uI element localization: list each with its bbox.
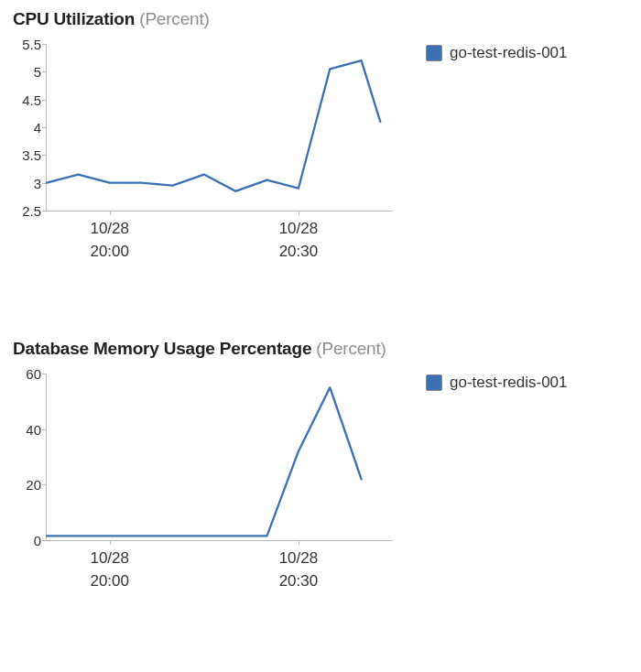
chart-title-bold: Database Memory Usage Percentage bbox=[13, 339, 311, 358]
chart-title: Database Memory Usage Percentage (Percen… bbox=[13, 339, 386, 359]
y-tick-label: 3.5 bbox=[22, 147, 41, 163]
x-tick-mark bbox=[110, 211, 111, 215]
y-tick-label: 5.5 bbox=[22, 37, 41, 52]
legend: go-test-redis-001 bbox=[426, 374, 568, 392]
y-tick-label: 4.5 bbox=[22, 92, 41, 107]
legend: go-test-redis-001 bbox=[426, 44, 568, 62]
y-tick-mark bbox=[42, 211, 47, 211]
y-tick-mark bbox=[42, 540, 47, 541]
x-tick-label: 10/2820:00 bbox=[90, 218, 129, 263]
legend-swatch bbox=[426, 374, 442, 391]
legend-label: go-test-redis-001 bbox=[450, 44, 568, 62]
chart-title-unit: (Percent) bbox=[316, 339, 386, 358]
x-tick-mark bbox=[110, 540, 111, 545]
y-tick-label: 5 bbox=[34, 64, 41, 80]
y-tick-label: 4 bbox=[34, 120, 41, 135]
y-tick-label: 2.5 bbox=[22, 203, 41, 219]
chart-title: CPU Utilization (Percent) bbox=[13, 9, 210, 29]
x-tick-label: 10/2820:00 bbox=[90, 547, 129, 592]
legend-label: go-test-redis-001 bbox=[450, 374, 568, 392]
chart-database-memory: Database Memory Usage Percentage (Percen… bbox=[0, 330, 641, 604]
y-tick-label: 3 bbox=[34, 175, 41, 190]
y-tick-label: 0 bbox=[34, 533, 41, 548]
plot-area: 2.533.544.555.510/2820:0010/2820:30 bbox=[46, 44, 393, 211]
x-tick-mark bbox=[299, 540, 299, 545]
y-tick-label: 60 bbox=[26, 366, 41, 382]
series-line bbox=[47, 60, 380, 191]
chart-title-unit: (Percent) bbox=[139, 9, 209, 28]
line-layer bbox=[47, 374, 393, 540]
legend-swatch bbox=[426, 45, 442, 61]
y-tick-label: 20 bbox=[26, 477, 41, 493]
x-tick-label: 10/2820:30 bbox=[279, 547, 319, 592]
chart-cpu-utilization: CPU Utilization (Percent) 2.533.544.555.… bbox=[0, 0, 641, 275]
chart-title-bold: CPU Utilization bbox=[13, 9, 135, 28]
series-line bbox=[47, 387, 362, 536]
spacer bbox=[0, 275, 641, 330]
line-layer bbox=[47, 44, 393, 211]
y-tick-label: 40 bbox=[26, 421, 41, 437]
plot-area: 020406010/2820:0010/2820:30 bbox=[46, 374, 393, 541]
x-tick-label: 10/2820:30 bbox=[279, 218, 319, 263]
x-tick-mark bbox=[299, 211, 299, 215]
